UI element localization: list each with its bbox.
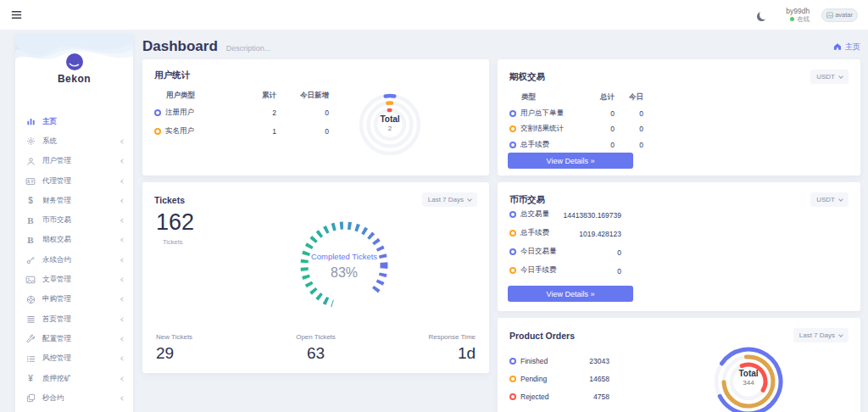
page-title: Dashboard	[142, 38, 218, 55]
stat-label: Response Time	[369, 333, 476, 341]
row-label: Pending	[520, 375, 547, 383]
row-value: 0	[617, 265, 621, 277]
card-spot-trading: 币币交易 USDT 总交易量 14413830.169739 总手续费 1019…	[498, 182, 860, 311]
breadcrumb[interactable]: 主页	[833, 42, 860, 53]
row-today: 0	[615, 141, 643, 149]
chevron-left-icon	[120, 179, 125, 184]
page-header: Dashboard Description... 主页	[142, 38, 860, 55]
clone-icon	[25, 393, 36, 404]
series-dot-icon	[509, 110, 516, 117]
table-row: 注册用户 2 0	[154, 103, 332, 122]
chevron-left-icon	[120, 198, 125, 203]
chevron-left-icon	[120, 297, 125, 302]
series-dot-icon	[509, 230, 516, 237]
sidebar-item-second-contract[interactable]: 秒合约	[15, 388, 133, 408]
series-dot-icon	[509, 393, 516, 400]
dark-mode-toggle-moon-icon[interactable]	[760, 10, 769, 19]
sidebar-item-config-mgmt[interactable]: 配置管理	[15, 329, 133, 348]
table-row: 总手续费 0 0	[509, 137, 643, 153]
sidebar-item-label: 主页	[42, 117, 57, 127]
view-details-button[interactable]: View Details »	[508, 153, 633, 169]
row-today: 0	[276, 109, 329, 117]
orders-donut-chart: Total 344	[708, 341, 789, 412]
row-value: 23043	[589, 357, 609, 365]
list-item: Rejected 4758	[509, 387, 609, 405]
id-card-icon	[25, 176, 36, 187]
row-label: 用户总下单量	[520, 109, 564, 119]
sidebar-item-label: 首页管理	[42, 315, 71, 325]
sidebar-item-system[interactable]: 系统	[15, 131, 133, 151]
list-item: Pending 14658	[509, 370, 609, 387]
top-navbar: by99dh 在线 avatar	[0, 0, 868, 30]
row-label: 交割结果统计	[520, 124, 564, 134]
card-user-stats: 用户统计 用户类型 累计 今日新增 注册用户 2 0 实名用户 1 0	[142, 59, 489, 175]
row-total: 0	[591, 125, 615, 133]
col-header: 累计	[232, 91, 276, 101]
currency-select[interactable]: USDT	[810, 70, 849, 84]
chevron-left-icon	[120, 337, 125, 342]
sidebar-item-risk-mgmt[interactable]: 风控管理	[15, 349, 133, 369]
sidebar-item-user-mgmt[interactable]: 用户管理	[15, 152, 133, 171]
period-select[interactable]: Last 7 Days	[793, 328, 849, 342]
chevron-down-icon	[838, 197, 843, 202]
row-today: 0	[276, 127, 329, 136]
list-item: 总手续费 1019.428123	[509, 228, 621, 240]
col-header: 用户类型	[154, 91, 232, 101]
currency-select[interactable]: USDT	[810, 192, 849, 207]
list-item: 今日手续费 0	[509, 265, 621, 277]
chevron-left-icon	[120, 317, 125, 322]
sidebar-item-label: 秒合约	[42, 393, 64, 404]
sidebar-brand[interactable]: Bekon	[15, 34, 133, 105]
sidebar-item-finance-mgmt[interactable]: $ 财务管理	[15, 191, 133, 210]
series-dot-icon	[509, 142, 516, 148]
page: by99dh 在线 avatar Bekon	[0, 0, 868, 412]
sidebar-item-label: 永续合约	[42, 255, 71, 265]
sidebar-item-homepage-mgmt[interactable]: 首页管理	[15, 309, 133, 329]
bitcoin-icon: Ƀ	[25, 235, 36, 245]
series-dot-icon	[509, 125, 516, 132]
sidebar-item-label: 文章管理	[42, 275, 71, 285]
stat-value: 63	[263, 344, 370, 363]
row-today: 0	[615, 109, 643, 118]
spot-rows: 总交易量 14413830.169739 总手续费 1019.428123 今日…	[509, 209, 621, 284]
gauge-value: 83%	[293, 265, 395, 281]
wrench-icon	[25, 334, 36, 344]
row-label: Finished	[520, 357, 548, 365]
series-dot-icon	[509, 358, 516, 365]
sidebar-item-staking[interactable]: ¥ 质押挖矿	[15, 369, 133, 388]
chevron-down-icon	[838, 74, 843, 79]
sidebar-item-agent-mgmt[interactable]: 代理管理	[15, 171, 133, 191]
sidebar-item-home[interactable]: 主页	[15, 112, 133, 131]
sidebar: Bekon 主页 系统 用户管理 代理管理	[15, 34, 133, 412]
list-alt-icon	[25, 354, 36, 364]
avatar[interactable]: avatar	[821, 8, 858, 22]
sidebar-item-options-trading[interactable]: Ƀ 期权交易	[15, 231, 133, 250]
options-table: 类型 总计 今日 用户总下单量 0 0 交割结果统计 0 0 总手续费 0 0	[509, 90, 643, 153]
user-menu[interactable]: by99dh 在线	[786, 7, 810, 24]
hamburger-menu-icon[interactable]	[10, 8, 24, 22]
life-ring-icon	[25, 294, 36, 304]
sidebar-item-subscription-mgmt[interactable]: 申购管理	[15, 290, 133, 309]
card-title: 期权交易	[509, 71, 545, 83]
key-icon	[25, 255, 36, 265]
view-details-button[interactable]: View Details »	[508, 286, 633, 302]
chart-center-value: 344	[708, 379, 789, 387]
sidebar-item-spot-trading[interactable]: B 币币交易	[15, 210, 133, 230]
sidebar-item-user-report[interactable]: 用户报表	[15, 408, 133, 412]
row-label: 今日交易量	[520, 247, 557, 257]
currency-value: USDT	[816, 196, 835, 203]
row-label: 总交易量	[520, 209, 549, 220]
chevron-left-icon	[120, 139, 125, 144]
user-status-label: 在线	[797, 15, 810, 23]
period-select[interactable]: Last 7 Days	[422, 192, 477, 207]
user-stats-table: 用户类型 累计 今日新增 注册用户 2 0 实名用户 1 0	[154, 88, 332, 141]
letter-b-icon: B	[25, 215, 36, 225]
sidebar-item-article-mgmt[interactable]: 文章管理	[15, 270, 133, 289]
col-header: 今日	[615, 92, 643, 103]
list-item: 今日交易量 0	[509, 247, 621, 259]
tickets-total-label: Tickets	[163, 238, 182, 246]
row-value: 0	[617, 247, 621, 259]
sidebar-item-perpetual[interactable]: 永续合约	[15, 250, 133, 270]
brand-name: Bekon	[15, 73, 133, 85]
user-stats-donut-chart: Total 2	[348, 82, 432, 167]
